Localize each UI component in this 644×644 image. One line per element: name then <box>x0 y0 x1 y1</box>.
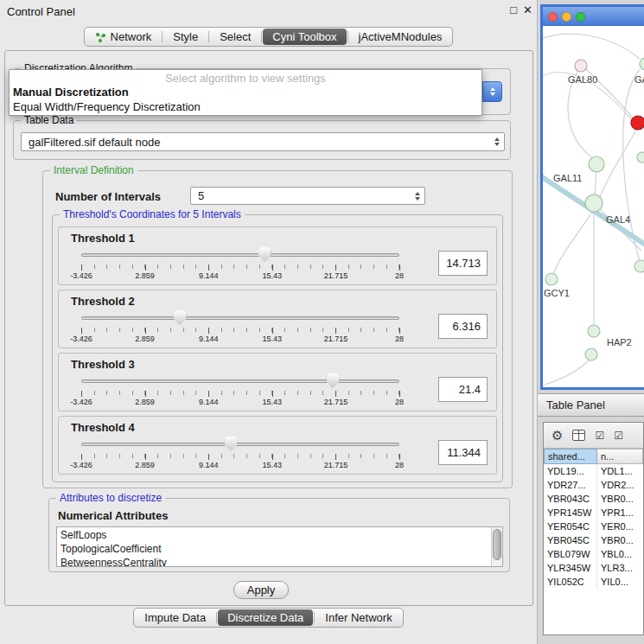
threshold-slider[interactable]: -3.4262.8599.14415.4321.71528 <box>81 246 399 284</box>
table-row[interactable]: YBR043CYBR0... <box>544 492 643 506</box>
network-node[interactable] <box>585 348 597 360</box>
numerical-attributes-list[interactable]: SelfLoopsTopologicalCoefficientBetweenne… <box>56 526 503 567</box>
list-item[interactable]: BetweennessCentrality <box>57 556 491 567</box>
major-tick <box>335 391 336 397</box>
dropdown-option-equal-width-frequency[interactable]: Equal Width/Frequency Discretization <box>10 99 481 114</box>
network-node[interactable] <box>589 156 604 172</box>
column-header-name[interactable]: n... <box>597 449 643 464</box>
slider-track[interactable] <box>81 253 399 257</box>
tick-label: -3.426 <box>70 335 92 343</box>
tick-label: 9.144 <box>199 461 219 469</box>
threshold-value-box[interactable]: 21.4 <box>438 377 488 402</box>
node-table-window: ⚙ ☑ ☑ shared... n... YDL19...YDL1...YDR2… <box>543 422 644 635</box>
network-canvas[interactable]: GAL80GAGAL11GAL4GCY1HAP2 <box>543 26 644 386</box>
tick-label: 9.144 <box>199 398 219 406</box>
slider-thumb[interactable] <box>258 247 271 262</box>
list-item[interactable]: SelfLoops <box>57 528 491 542</box>
network-node[interactable] <box>585 194 603 212</box>
table-row[interactable]: YER054CYER0... <box>544 520 643 533</box>
slider-track[interactable] <box>81 316 399 320</box>
tab-impute-data[interactable]: Impute Data <box>134 609 216 627</box>
table-cell: YPR145W <box>544 506 597 520</box>
network-edge[interactable] <box>543 34 640 59</box>
major-tick <box>145 265 146 271</box>
threshold-value-box[interactable]: 6.316 <box>438 314 488 339</box>
table-row[interactable]: YBR045CYBR0... <box>544 533 643 547</box>
slider-thumb[interactable] <box>174 310 187 325</box>
tick-label: -3.426 <box>70 398 92 406</box>
number-of-intervals-combo[interactable]: 5 <box>190 187 425 205</box>
numerical-attributes-label: Numerical Attributes <box>58 509 168 522</box>
minimize-traffic-light-icon[interactable] <box>562 12 571 22</box>
major-tick <box>208 454 209 460</box>
tick-label: 9.144 <box>199 335 219 343</box>
table-row[interactable]: YDR27...YDR2... <box>544 478 643 492</box>
threshold-slider[interactable]: -3.4262.8599.14415.4321.71528 <box>81 436 399 474</box>
select-all-checkbox-icon[interactable]: ☑ <box>614 430 623 441</box>
table-data-combo[interactable]: galFiltered.sif default node <box>21 132 505 151</box>
list-item[interactable]: TopologicalCoefficient <box>57 542 491 556</box>
column-layout-icon[interactable] <box>572 430 585 441</box>
network-node[interactable] <box>588 325 600 337</box>
network-node[interactable] <box>640 58 644 70</box>
tab-infer-network[interactable]: Infer Network <box>315 609 402 627</box>
tab-label: jActiveMNodules <box>359 30 443 43</box>
slider-ticks <box>81 454 399 458</box>
slider-thumb[interactable] <box>224 437 237 451</box>
table-row[interactable]: YPR145WYPR1... <box>544 506 643 520</box>
table-header-row: shared... n... <box>544 449 643 464</box>
algorithm-dropdown-popup: Select algorithm to view settings Manual… <box>9 69 482 116</box>
slider-thumb[interactable] <box>326 373 339 388</box>
tab-cyni-toolbox[interactable]: Cyni Toolbox <box>263 29 346 45</box>
table-settings-gear-icon[interactable]: ⚙ <box>552 429 563 442</box>
network-edge[interactable] <box>553 211 593 275</box>
node-label: GAL11 <box>553 173 582 183</box>
network-node[interactable] <box>637 152 644 163</box>
tick-label: 28 <box>395 335 404 343</box>
tab-network[interactable]: Network <box>85 28 163 46</box>
close-window-icon[interactable]: ✕ <box>523 3 532 17</box>
threshold-slider[interactable]: -3.4262.8599.14415.4321.71528 <box>81 309 399 348</box>
table-panel-header[interactable]: Table Panel <box>538 393 644 417</box>
threshold-value-box[interactable]: 14.713 <box>438 251 488 276</box>
network-edge[interactable] <box>595 171 596 195</box>
table-row[interactable]: YDL19...YDL1... <box>544 464 643 478</box>
tab-select[interactable]: Select <box>209 28 261 46</box>
table-row[interactable]: YBL079WYBL0... <box>544 547 643 561</box>
list-scrollbar-thumb[interactable] <box>493 529 501 560</box>
list-scrollbar[interactable] <box>491 527 502 566</box>
control-panel-tabstrip: NetworkStyleSelectCyni ToolboxjActiveMNo… <box>84 27 454 47</box>
network-edge[interactable] <box>600 130 636 197</box>
tab-label: Discretize Data <box>227 611 303 624</box>
interval-definition-group: Interval Definition Number of Intervals … <box>42 170 513 488</box>
network-node[interactable] <box>634 260 644 272</box>
apply-button[interactable]: Apply <box>233 581 289 599</box>
slider-track[interactable] <box>81 379 399 383</box>
threshold-panel: Threshold 3 -3.4262.8599.14415.4321.7152… <box>58 353 497 411</box>
list-items: SelfLoopsTopologicalCoefficientBetweenne… <box>57 528 491 567</box>
close-traffic-light-icon[interactable] <box>548 12 558 22</box>
table-row[interactable]: YIL052CYIL0... <box>544 575 643 589</box>
tab-jactivemnodules[interactable]: jActiveMNodules <box>348 28 453 46</box>
zoom-traffic-light-icon[interactable] <box>576 12 585 22</box>
cyni-toolbox-panel: Discretization Algorithm Table Data galF… <box>4 50 533 606</box>
slider-track[interactable] <box>81 443 399 446</box>
tab-discretize-data[interactable]: Discretize Data <box>218 609 313 626</box>
network-node[interactable] <box>631 116 644 130</box>
tick-label: 21.715 <box>324 398 348 406</box>
threshold-value-box[interactable]: 11.344 <box>438 440 488 465</box>
network-window-titlebar[interactable] <box>543 7 644 26</box>
float-window-icon[interactable]: □ <box>510 3 517 17</box>
network-node[interactable] <box>575 60 587 72</box>
threshold-slider[interactable]: -3.4262.8599.14415.4321.71528 <box>81 373 399 411</box>
network-node[interactable] <box>545 273 558 285</box>
network-edge[interactable] <box>545 360 590 385</box>
select-checkbox-icon[interactable]: ☑ <box>595 430 604 441</box>
algorithm-combo-button[interactable] <box>482 81 502 102</box>
column-header-shared-name[interactable]: shared... <box>544 449 597 464</box>
node-label: HAP2 <box>607 337 632 348</box>
tab-style[interactable]: Style <box>163 28 208 46</box>
table-row[interactable]: YLR345WYLR3... <box>544 561 643 575</box>
tick-label: 15.43 <box>263 398 283 406</box>
dropdown-option-manual-discretization[interactable]: Manual Discretization <box>10 85 481 99</box>
